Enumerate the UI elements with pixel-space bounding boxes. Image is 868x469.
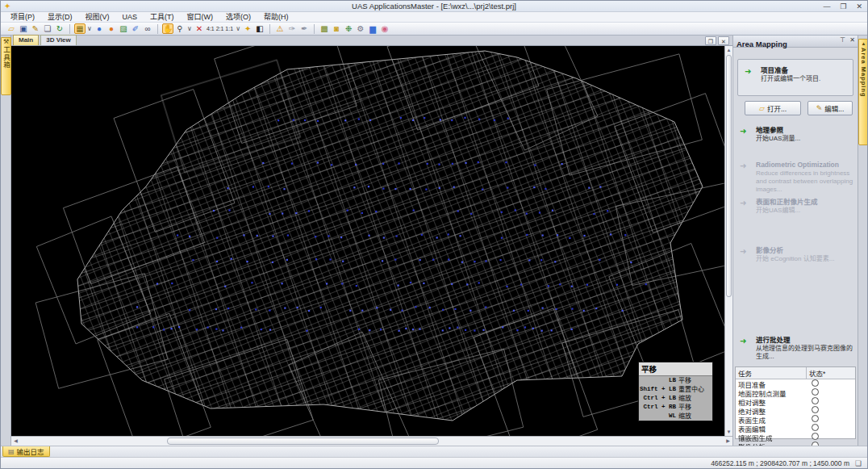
step-desc: 打开或编辑一个项目. — [761, 75, 849, 83]
mouse-mode-legend: 平移 LB平移 Shift + LB重置中心 Ctrl + LB缩放 Ctrl … — [638, 362, 713, 421]
legend-action: 平移 — [676, 403, 691, 412]
status-circle-icon — [812, 424, 819, 431]
zoom-reset-icon[interactable]: ✕ — [194, 23, 205, 34]
vertical-scrollbar[interactable]: ▲ ▼ — [724, 46, 732, 436]
table-row[interactable]: 地面控制点测量 — [736, 388, 855, 397]
menu-view[interactable]: 视图(V) — [79, 12, 116, 23]
step-batch-processing[interactable]: ➜ 进行批处理 从地理信息的处理到马赛克图像的生成... — [740, 336, 854, 361]
area-mapping-tab[interactable]: ▲ Area Mapping — [858, 39, 868, 145]
table-row[interactable]: 镶嵌图生成 — [736, 433, 855, 442]
menu-options[interactable]: 选项(O) — [219, 12, 257, 23]
panel-header: Area Mapping ⊤ ✕ — [733, 36, 858, 48]
toolbox-tab-label: 工具箱 — [2, 46, 11, 69]
zoom-level-dropdown-icon[interactable]: ∨ — [235, 23, 241, 34]
tab-main[interactable]: Main — [13, 35, 39, 45]
minimize-button[interactable]: — — [823, 2, 830, 10]
edit-project-button[interactable]: ✎ 编辑... — [807, 101, 853, 115]
highlight-icon[interactable]: ✦ — [242, 23, 253, 34]
scroll-right-icon[interactable]: ▶ — [724, 437, 732, 446]
left-dock-strip: ⚒ 工具箱 — [1, 36, 11, 446]
refresh-icon[interactable]: ↻ — [54, 23, 65, 34]
legend-action: 缩放 — [676, 394, 691, 403]
points-orange-icon[interactable]: ● — [106, 23, 117, 34]
open-project-icon[interactable]: ▱ — [6, 23, 17, 34]
status-circle-icon — [812, 388, 819, 396]
maximize-button[interactable]: ❐ — [840, 2, 846, 10]
measure-b-icon[interactable]: ✒ — [298, 23, 310, 34]
menu-project[interactable]: 项目(P) — [4, 12, 41, 23]
mdi-close-button[interactable]: ✕ — [718, 36, 729, 45]
log-icon: ▤ — [8, 448, 15, 455]
zoom-dropdown-icon[interactable]: ∨ — [186, 23, 193, 34]
measure-a-icon[interactable]: ✑ — [286, 23, 298, 34]
app-window: ✦ UAS ApplicationsMaster - [E:\wxz\...\p… — [0, 0, 868, 469]
save-project-icon[interactable]: ▣ — [18, 23, 29, 34]
open-project-button[interactable]: ▱ 打开... — [745, 101, 801, 115]
pencil-icon: ✎ — [816, 104, 823, 112]
table-row[interactable]: 绝对调整 — [736, 406, 855, 415]
folder-icon: ▱ — [759, 104, 765, 112]
output-log-label: 输出日志 — [17, 446, 44, 456]
table-row[interactable]: 相对调整 — [736, 397, 855, 406]
warning-icon[interactable]: ⚠ — [274, 23, 286, 34]
close-button[interactable]: ✕ — [856, 2, 862, 10]
step-arrow-icon: ➜ — [745, 67, 751, 76]
menu-window[interactable]: 窗口(W) — [181, 12, 220, 23]
canvas-wrap: 平移 LB平移 Shift + LB重置中心 Ctrl + LB缩放 Ctrl … — [11, 46, 732, 446]
menu-uas[interactable]: UAS — [116, 12, 144, 23]
zoom-level-buttons[interactable]: 4:1 2:1 1:1 — [206, 26, 234, 31]
process-run-icon[interactable]: ⚙ — [355, 23, 366, 34]
table-row[interactable]: 项目准备 — [736, 379, 855, 388]
project-pages-icon[interactable]: ❏ — [42, 23, 53, 34]
menu-display[interactable]: 显示(D) — [41, 12, 79, 23]
mdi-restore-button[interactable]: ❐ — [705, 36, 716, 45]
scroll-left-icon[interactable]: ◀ — [11, 437, 20, 446]
block-viewport[interactable]: 平移 LB平移 Shift + LB重置中心 Ctrl + LB缩放 Ctrl … — [11, 46, 724, 436]
process-surface-icon[interactable]: ❉ — [343, 23, 354, 34]
scroll-up-icon[interactable]: ▲ — [725, 46, 732, 54]
flight-block-wireframe — [11, 46, 724, 436]
points-blue-icon[interactable]: ● — [94, 23, 105, 34]
window-title: UAS ApplicationsMaster - [E:\wxz\...\prj… — [1, 1, 867, 12]
legend-keys: WL — [639, 412, 676, 421]
output-log-tab[interactable]: ▤ 输出日志 — [2, 446, 50, 457]
legend-action: 平移 — [676, 376, 691, 385]
panel-close-icon[interactable]: ✕ — [849, 36, 855, 44]
scroll-down-icon[interactable]: ▼ — [725, 428, 732, 436]
table-row[interactable]: 表面编辑 — [736, 424, 855, 433]
vertical-scroll-thumb[interactable] — [726, 55, 732, 297]
pan-hand-icon[interactable]: ✋ — [162, 23, 173, 34]
contrast-icon[interactable]: ◧ — [254, 23, 265, 34]
cursor-coordinates: 466252.115 m ; 2908420.707 m ; 1450.000 … — [711, 459, 849, 467]
draw-tool-icon[interactable]: ✐ — [130, 23, 141, 34]
menu-bar: 项目(P) 显示(D) 视图(V) UAS 工具(T) 窗口(W) 选项(O) … — [1, 12, 867, 23]
link-tool-icon[interactable]: ∞ — [142, 23, 153, 34]
block-grid-dropdown-icon[interactable]: ∨ — [86, 23, 93, 34]
step-project-preparation-box: ➜ 项目准备 打开或编辑一个项目. — [737, 59, 853, 96]
legend-action: 重置中心 — [676, 385, 704, 394]
process-dsm-icon[interactable]: ▆ — [367, 23, 378, 34]
pin-icon[interactable]: ⊤ — [840, 36, 845, 44]
horizontal-scrollbar[interactable]: ◀ ▶ — [11, 436, 732, 446]
table-row[interactable]: 表面生成 — [736, 415, 855, 424]
edit-project-icon[interactable]: ✎ — [30, 23, 41, 34]
tab-3d-view[interactable]: 3D View — [40, 35, 77, 45]
step-georeferencing[interactable]: ➜ 地理参照 开始UAS测量... — [740, 126, 854, 143]
zoom-tool-icon[interactable]: ⚲ — [174, 23, 186, 34]
menu-tools[interactable]: 工具(T) — [144, 12, 181, 23]
process-block-icon[interactable]: ▩ — [319, 23, 330, 34]
document-tab-bar: Main 3D View ❐ ✕ — [11, 36, 732, 46]
column-header-status[interactable]: 状态* — [807, 367, 855, 379]
image-view-icon[interactable]: ▨ — [118, 23, 129, 34]
block-grid-view-icon[interactable]: ▦ — [74, 23, 86, 34]
legend-keys: Ctrl + RB — [639, 403, 676, 412]
step-arrow-icon: ➜ — [740, 247, 746, 256]
toolbox-tab[interactable]: ⚒ 工具箱 — [1, 37, 11, 95]
column-header-task[interactable]: 任务 — [736, 367, 807, 379]
menu-help[interactable]: 帮助(H) — [257, 12, 295, 23]
horizontal-scroll-thumb[interactable] — [167, 438, 439, 445]
process-points-icon[interactable]: ◙ — [331, 23, 342, 34]
panel-body: ➜ 项目准备 打开或编辑一个项目. ▱ 打开... ✎ 编辑... — [733, 48, 858, 446]
process-mosaic-icon[interactable]: ◉ — [379, 23, 390, 34]
step-desc: Reduce differences in brightness and con… — [756, 170, 854, 194]
